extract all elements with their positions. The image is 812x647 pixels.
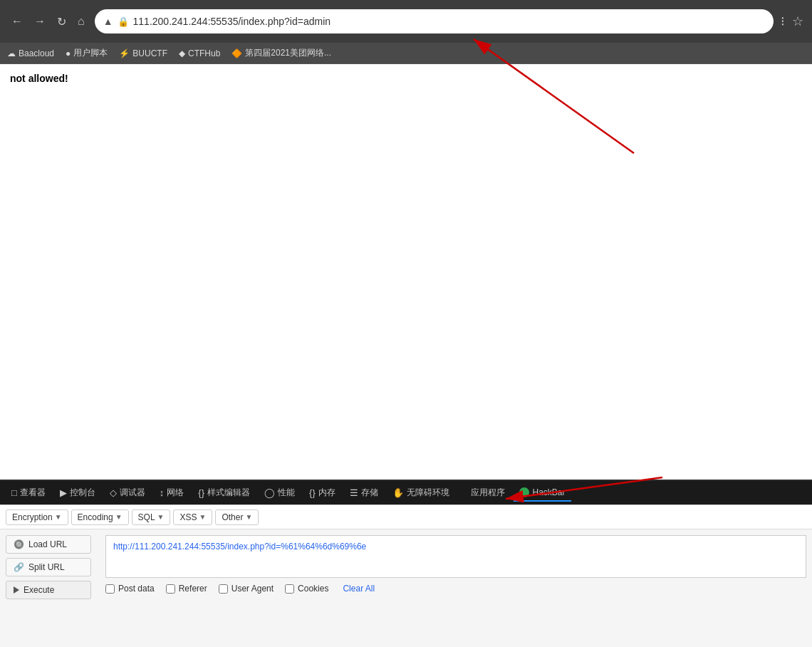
hackbar-checks: Post data Referer User Agent Cookies C	[105, 584, 806, 594]
devtools-tab-debugger[interactable]: ◇ 调试器	[104, 484, 151, 502]
home-button[interactable]: ⌂	[75, 12, 88, 31]
encryption-chevron-icon: ▼	[55, 513, 62, 521]
referer-check[interactable]: Referer	[166, 584, 207, 594]
shield-icon: ▲	[103, 16, 113, 27]
extensions-icon[interactable]: ⁝	[781, 14, 785, 29]
cookies-checkbox[interactable]	[285, 584, 294, 594]
meituan-icon: 🔶	[231, 48, 242, 58]
devtools-tab-console[interactable]: ▶ 控制台	[54, 484, 101, 502]
hackbar-tab[interactable]: HackBar	[514, 485, 571, 502]
encoding-menu[interactable]: Encoding ▼	[71, 509, 129, 525]
bookmarks-bar: ☁ Baacloud ● 用户脚本 ⚡ BUUCTF ◆ CTFHub 🔶 第四…	[0, 43, 812, 64]
buuctf-label: BUUCTF	[132, 48, 167, 58]
hackbar-right-panel: http://111.200.241.244:55535/index.php?i…	[105, 535, 806, 642]
bookmark-meituan[interactable]: 🔶 第四届2021美团网络...	[231, 47, 331, 59]
sql-chevron-icon: ▼	[157, 513, 165, 521]
hackbar-panel: Encryption ▼ Encoding ▼ SQL ▼ XSS ▼ Othe…	[0, 504, 812, 647]
memory-icon: {}	[309, 487, 316, 498]
page-message: not allowed!	[10, 73, 68, 84]
inspector-icon: □	[11, 487, 17, 498]
devtools-tab-style-editor[interactable]: {} 样式编辑器	[192, 484, 256, 502]
load-url-icon: 🔘	[14, 539, 24, 549]
applications-icon	[464, 487, 468, 498]
clear-all-link[interactable]: Clear All	[343, 584, 375, 594]
devtools-tab-storage[interactable]: ☰ 存储	[344, 484, 384, 502]
split-url-button[interactable]: 🔗 Split URL	[6, 558, 91, 576]
hackbar-left-panel: 🔘 Load URL 🔗 Split URL Execute	[6, 535, 98, 642]
accessibility-label: 无障碍环境	[407, 487, 449, 499]
devtools-tab-inspector[interactable]: □ 查看器	[6, 484, 51, 502]
encoding-chevron-icon: ▼	[115, 513, 123, 521]
accessibility-icon: ✋	[392, 487, 404, 498]
bookmark-buuctf[interactable]: ⚡ BUUCTF	[119, 48, 167, 58]
applications-label: 应用程序	[471, 487, 505, 499]
devtools-tab-network[interactable]: ↕ 网络	[154, 484, 190, 502]
sql-label: SQL	[138, 512, 155, 522]
devtools-tab-accessibility[interactable]: ✋ 无障碍环境	[387, 484, 455, 502]
devtools-tab-applications[interactable]: 应用程序	[458, 484, 511, 502]
storage-label: 存储	[361, 487, 378, 499]
split-url-icon: 🔗	[14, 562, 24, 572]
nav-buttons: ← → ↻ ⌂	[9, 12, 88, 31]
url-display: 111.200.241.244:55535/index.php?id=admin	[133, 16, 765, 27]
load-url-label: Load URL	[28, 539, 67, 549]
forward-button[interactable]: →	[31, 12, 48, 31]
reload-button[interactable]: ↻	[54, 12, 69, 31]
post-data-label: Post data	[118, 584, 155, 594]
encryption-label: Encryption	[12, 512, 53, 522]
style-editor-icon: {}	[198, 487, 204, 498]
memory-label: 内存	[318, 487, 335, 499]
xss-menu[interactable]: XSS ▼	[173, 509, 212, 525]
storage-icon: ☰	[350, 487, 358, 498]
hackbar-dot-icon	[519, 487, 529, 497]
hackbar-label: HackBar	[533, 487, 566, 497]
address-bar[interactable]: ▲ 🔒 111.200.241.244:55535/index.php?id=a…	[95, 9, 774, 33]
ctfhub-icon: ◆	[179, 48, 185, 58]
xss-label: XSS	[179, 512, 197, 522]
bookmark-userscript[interactable]: ● 用户脚本	[66, 47, 108, 59]
browser-actions: ⁝ ☆	[781, 14, 803, 29]
userscript-icon: ●	[66, 48, 71, 58]
console-label: 控制台	[70, 487, 95, 499]
split-url-label: Split URL	[28, 562, 65, 572]
network-label: 网络	[167, 487, 184, 499]
post-data-check[interactable]: Post data	[105, 584, 155, 594]
page-content: not allowed!	[0, 64, 812, 480]
performance-icon: ◯	[264, 487, 275, 498]
other-label: Other	[222, 512, 243, 522]
referer-checkbox[interactable]	[166, 584, 175, 594]
bookmark-star-icon[interactable]: ☆	[792, 14, 803, 29]
user-agent-label: User Agent	[231, 584, 274, 594]
user-agent-checkbox[interactable]	[219, 584, 228, 594]
sql-menu[interactable]: SQL ▼	[132, 509, 171, 525]
hackbar-toolbar: Encryption ▼ Encoding ▼ SQL ▼ XSS ▼ Othe…	[0, 505, 812, 529]
performance-label: 性能	[278, 487, 295, 499]
lock-icon: 🔒	[118, 16, 129, 27]
post-data-checkbox[interactable]	[105, 584, 115, 594]
console-icon: ▶	[60, 487, 67, 498]
referer-label: Referer	[179, 584, 207, 594]
debugger-label: 调试器	[120, 487, 145, 499]
bookmark-baacloud[interactable]: ☁ Baacloud	[7, 48, 54, 58]
devtools-bar: □ 查看器 ▶ 控制台 ◇ 调试器 ↕ 网络 {} 样式编辑器 ◯ 性能 {} …	[0, 480, 812, 504]
load-url-button[interactable]: 🔘 Load URL	[6, 535, 91, 554]
encryption-menu[interactable]: Encryption ▼	[6, 509, 68, 525]
bookmark-ctfhub[interactable]: ◆ CTFHub	[179, 48, 220, 58]
baacloud-label: Baacloud	[19, 48, 54, 58]
style-editor-label: 样式编辑器	[207, 487, 250, 499]
browser-chrome: ← → ↻ ⌂ ▲ 🔒 111.200.241.244:55535/index.…	[0, 0, 812, 43]
cookies-check[interactable]: Cookies	[285, 584, 328, 594]
baacloud-icon: ☁	[7, 48, 16, 58]
ctfhub-label: CTFHub	[188, 48, 220, 58]
user-agent-check[interactable]: User Agent	[219, 584, 274, 594]
other-chevron-icon: ▼	[245, 513, 252, 521]
buuctf-icon: ⚡	[119, 48, 130, 58]
xss-chevron-icon: ▼	[199, 513, 207, 521]
back-button[interactable]: ←	[9, 12, 26, 31]
userscript-label: 用户脚本	[73, 47, 108, 59]
url-input[interactable]: http://111.200.241.244:55535/index.php?i…	[105, 535, 806, 578]
devtools-tab-performance[interactable]: ◯ 性能	[259, 484, 301, 502]
devtools-tab-memory[interactable]: {} 内存	[303, 484, 341, 502]
other-menu[interactable]: Other ▼	[215, 509, 259, 525]
execute-button[interactable]: Execute	[6, 581, 91, 599]
